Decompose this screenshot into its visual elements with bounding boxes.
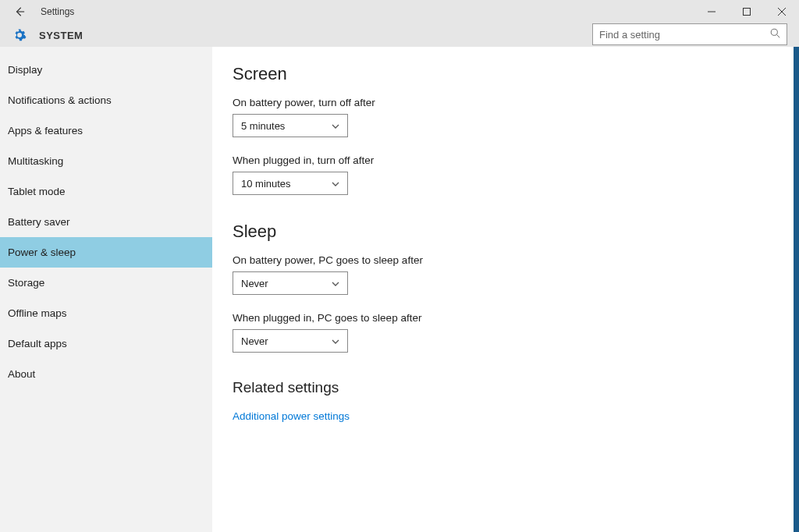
sidebar-item-label: Apps & features bbox=[8, 125, 83, 137]
dropdown-value: Never bbox=[241, 278, 332, 289]
header: SYSTEM bbox=[0, 23, 799, 47]
close-icon bbox=[778, 8, 786, 16]
sidebar-item-label: Offline maps bbox=[8, 307, 67, 319]
dropdown-value: Never bbox=[241, 335, 332, 347]
screen-battery-dropdown[interactable]: 5 minutes bbox=[233, 114, 348, 137]
sidebar-item-about[interactable]: About bbox=[0, 359, 212, 389]
minimize-icon bbox=[708, 8, 716, 16]
sidebar: Display Notifications & actions Apps & f… bbox=[0, 47, 212, 532]
sidebar-item-tablet-mode[interactable]: Tablet mode bbox=[0, 176, 212, 207]
sidebar-item-label: Tablet mode bbox=[8, 186, 66, 197]
back-button[interactable] bbox=[8, 0, 31, 23]
screen-plugged-label: When plugged in, turn off after bbox=[233, 154, 799, 166]
sidebar-item-label: Display bbox=[8, 64, 42, 76]
sleep-plugged-dropdown[interactable]: Never bbox=[233, 329, 348, 353]
sidebar-item-storage[interactable]: Storage bbox=[0, 268, 212, 298]
additional-power-settings-link[interactable]: Additional power settings bbox=[233, 410, 350, 422]
sidebar-item-offline-maps[interactable]: Offline maps bbox=[0, 298, 212, 328]
right-edge bbox=[794, 47, 799, 532]
search-input[interactable] bbox=[599, 29, 770, 41]
sidebar-item-label: Battery saver bbox=[8, 216, 70, 228]
related-heading: Related settings bbox=[233, 379, 799, 396]
sidebar-item-notifications[interactable]: Notifications & actions bbox=[0, 85, 212, 115]
sidebar-item-label: Multitasking bbox=[8, 155, 63, 167]
screen-heading: Screen bbox=[233, 64, 799, 84]
svg-rect-2 bbox=[743, 9, 750, 16]
screen-plugged-dropdown[interactable]: 10 minutes bbox=[233, 172, 348, 195]
chevron-down-icon bbox=[332, 337, 339, 346]
svg-point-5 bbox=[771, 29, 777, 35]
screen-battery-label: On battery power, turn off after bbox=[233, 97, 799, 108]
search-icon bbox=[770, 28, 780, 41]
svg-line-6 bbox=[777, 35, 780, 38]
sidebar-item-power-sleep[interactable]: Power & sleep bbox=[0, 237, 212, 268]
chevron-down-icon bbox=[332, 279, 339, 288]
dropdown-value: 10 minutes bbox=[241, 178, 332, 190]
close-button[interactable] bbox=[764, 0, 799, 23]
chevron-down-icon bbox=[332, 122, 339, 130]
window-controls bbox=[694, 0, 799, 23]
content-pane: Screen On battery power, turn off after … bbox=[212, 47, 799, 532]
dropdown-value: 5 minutes bbox=[241, 120, 332, 132]
sleep-heading: Sleep bbox=[233, 222, 799, 242]
sidebar-item-label: About bbox=[8, 368, 35, 380]
sidebar-item-display[interactable]: Display bbox=[0, 55, 212, 85]
sidebar-item-label: Power & sleep bbox=[8, 246, 76, 258]
maximize-button[interactable] bbox=[729, 0, 764, 23]
sleep-plugged-label: When plugged in, PC goes to sleep after bbox=[233, 312, 799, 324]
sleep-battery-dropdown[interactable]: Never bbox=[233, 271, 348, 295]
sidebar-item-label: Notifications & actions bbox=[8, 94, 112, 106]
gear-icon bbox=[11, 27, 28, 44]
breadcrumb-system[interactable]: SYSTEM bbox=[39, 30, 83, 41]
window-title: Settings bbox=[41, 6, 74, 17]
sidebar-item-default-apps[interactable]: Default apps bbox=[0, 328, 212, 359]
chevron-down-icon bbox=[332, 179, 339, 188]
search-box[interactable] bbox=[592, 23, 787, 45]
sidebar-item-label: Storage bbox=[8, 277, 44, 289]
minimize-button[interactable] bbox=[694, 0, 729, 23]
sidebar-item-label: Default apps bbox=[8, 338, 67, 349]
sidebar-item-apps-features[interactable]: Apps & features bbox=[0, 115, 212, 146]
titlebar: Settings bbox=[0, 0, 799, 23]
arrow-left-icon bbox=[14, 6, 25, 17]
maximize-icon bbox=[743, 8, 751, 16]
sidebar-item-multitasking[interactable]: Multitasking bbox=[0, 146, 212, 176]
sidebar-item-battery-saver[interactable]: Battery saver bbox=[0, 207, 212, 237]
sleep-battery-label: On battery power, PC goes to sleep after bbox=[233, 254, 799, 266]
